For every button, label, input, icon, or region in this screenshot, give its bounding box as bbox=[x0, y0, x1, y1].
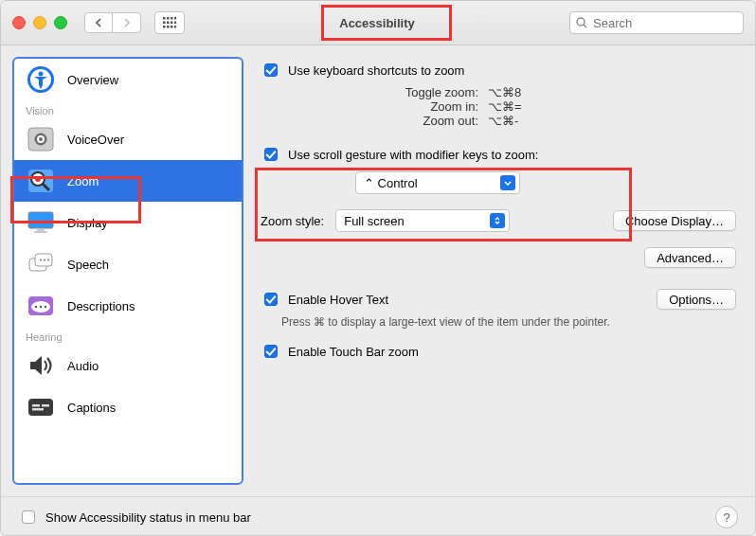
search-field[interactable] bbox=[569, 11, 744, 34]
svg-point-25 bbox=[35, 176, 41, 182]
settings-pane: Use keyboard shortcuts to zoom Toggle zo… bbox=[243, 45, 755, 496]
svg-rect-10 bbox=[171, 26, 173, 28]
zoom-window-button[interactable] bbox=[54, 16, 67, 29]
svg-rect-11 bbox=[174, 26, 176, 28]
accessibility-icon bbox=[26, 65, 56, 94]
svg-rect-1 bbox=[167, 17, 170, 20]
modifier-key-select[interactable]: ⌃ Control bbox=[355, 171, 520, 194]
footer: Show Accessibility status in menu bar ? bbox=[1, 496, 755, 536]
touchbar-checkbox[interactable] bbox=[264, 345, 278, 358]
preferences-window: Accessibility Overview Vision VoiceOver bbox=[0, 0, 756, 536]
svg-rect-26 bbox=[28, 212, 53, 228]
sidebar: Overview Vision VoiceOver Zoom Displa bbox=[12, 57, 243, 485]
sidebar-item-label: Descriptions bbox=[67, 299, 135, 313]
shortcuts-table: Toggle zoom:⌥⌘8 Zoom in:⌥⌘= Zoom out:⌥⌘- bbox=[384, 85, 736, 128]
body: Overview Vision VoiceOver Zoom Displa bbox=[1, 45, 755, 496]
sidebar-item-label: Audio bbox=[67, 359, 99, 373]
svg-rect-7 bbox=[174, 22, 176, 25]
svg-point-31 bbox=[40, 259, 42, 261]
svg-rect-6 bbox=[171, 22, 173, 25]
show-all-button[interactable] bbox=[154, 11, 185, 34]
modifier-key-value: ⌃ Control bbox=[364, 176, 493, 190]
use-scroll-checkbox[interactable] bbox=[264, 148, 278, 161]
use-shortcuts-row[interactable]: Use keyboard shortcuts to zoom bbox=[261, 61, 736, 80]
hover-hint: Press ⌘ to display a large-text view of … bbox=[281, 315, 736, 329]
touchbar-row[interactable]: Enable Touch Bar zoom bbox=[261, 342, 736, 361]
sidebar-section-hearing: Hearing bbox=[14, 327, 242, 345]
sidebar-section-vision: Vision bbox=[14, 100, 242, 118]
zoom-style-label: Zoom style: bbox=[261, 214, 324, 228]
sidebar-item-label: Captions bbox=[67, 401, 116, 415]
search-icon bbox=[576, 17, 587, 28]
svg-rect-2 bbox=[171, 17, 173, 20]
svg-rect-0 bbox=[163, 17, 166, 20]
hover-text-checkbox[interactable] bbox=[264, 293, 278, 306]
hover-text-label: Enable Hover Text bbox=[288, 293, 388, 307]
sidebar-item-zoom[interactable]: Zoom bbox=[14, 160, 242, 202]
sidebar-item-voiceover[interactable]: VoiceOver bbox=[14, 118, 242, 160]
svg-rect-40 bbox=[32, 404, 40, 407]
back-button[interactable] bbox=[84, 12, 113, 33]
zoom-out-label: Zoom out: bbox=[384, 114, 478, 128]
status-row[interactable]: Show Accessibility status in menu bar bbox=[18, 508, 251, 527]
touchbar-label: Enable Touch Bar zoom bbox=[288, 345, 419, 359]
sidebar-item-label: Speech bbox=[67, 258, 109, 272]
forward-button[interactable] bbox=[113, 12, 141, 33]
status-checkbox[interactable] bbox=[22, 510, 35, 524]
svg-rect-27 bbox=[37, 228, 45, 231]
svg-point-12 bbox=[577, 18, 585, 26]
svg-point-32 bbox=[44, 259, 45, 261]
minimize-window-button[interactable] bbox=[33, 16, 46, 29]
hover-options-button[interactable]: Options… bbox=[657, 289, 736, 310]
svg-point-37 bbox=[40, 306, 42, 308]
window-controls bbox=[12, 16, 67, 29]
status-label: Show Accessibility status in menu bar bbox=[45, 510, 251, 525]
sidebar-item-display[interactable]: Display bbox=[14, 202, 242, 243]
svg-point-16 bbox=[39, 72, 44, 77]
svg-line-13 bbox=[584, 25, 586, 27]
close-window-button[interactable] bbox=[12, 16, 26, 29]
use-shortcuts-label: Use keyboard shortcuts to zoom bbox=[288, 63, 464, 78]
use-shortcuts-checkbox[interactable] bbox=[264, 63, 278, 77]
svg-rect-41 bbox=[42, 404, 49, 407]
toggle-zoom-value: ⌥⌘8 bbox=[488, 85, 521, 99]
display-icon bbox=[26, 208, 56, 237]
voiceover-icon bbox=[26, 125, 56, 153]
svg-point-33 bbox=[47, 259, 49, 261]
svg-point-20 bbox=[39, 137, 43, 141]
sidebar-item-label: Display bbox=[67, 216, 108, 230]
svg-point-36 bbox=[35, 306, 37, 308]
svg-point-38 bbox=[45, 306, 46, 308]
grid-icon bbox=[163, 17, 176, 28]
help-button[interactable]: ? bbox=[715, 506, 738, 528]
use-scroll-label: Use scroll gesture with modifier keys to… bbox=[288, 148, 538, 162]
zoom-in-value: ⌥⌘= bbox=[488, 99, 522, 114]
svg-rect-8 bbox=[163, 26, 166, 28]
sidebar-item-audio[interactable]: Audio bbox=[14, 345, 242, 386]
zoom-in-label: Zoom in: bbox=[384, 99, 478, 114]
sidebar-item-overview[interactable]: Overview bbox=[14, 59, 242, 100]
svg-rect-39 bbox=[28, 399, 53, 416]
svg-rect-28 bbox=[34, 231, 47, 233]
sidebar-item-label: Overview bbox=[67, 73, 118, 87]
descriptions-icon bbox=[26, 292, 56, 320]
toggle-zoom-label: Toggle zoom: bbox=[384, 85, 478, 99]
advanced-button[interactable]: Advanced… bbox=[644, 247, 736, 268]
nav-back-forward bbox=[84, 12, 141, 33]
captions-icon bbox=[26, 393, 56, 421]
titlebar: Accessibility bbox=[1, 1, 755, 45]
sidebar-item-descriptions[interactable]: Descriptions bbox=[14, 285, 242, 327]
sidebar-item-label: Zoom bbox=[67, 174, 99, 188]
audio-icon bbox=[26, 351, 56, 380]
search-input[interactable] bbox=[591, 15, 709, 31]
use-scroll-row[interactable]: Use scroll gesture with modifier keys to… bbox=[261, 145, 736, 164]
chevron-down-icon bbox=[500, 175, 515, 190]
zoom-style-value: Full screen bbox=[344, 214, 482, 228]
sidebar-item-speech[interactable]: Speech bbox=[14, 243, 242, 285]
sidebar-item-label: VoiceOver bbox=[67, 133, 124, 147]
sidebar-item-captions[interactable]: Captions bbox=[14, 386, 242, 428]
svg-rect-5 bbox=[167, 22, 170, 25]
choose-display-button[interactable]: Choose Display… bbox=[613, 210, 736, 231]
zoom-out-value: ⌥⌘- bbox=[488, 114, 518, 128]
zoom-style-select[interactable]: Full screen bbox=[335, 209, 510, 232]
